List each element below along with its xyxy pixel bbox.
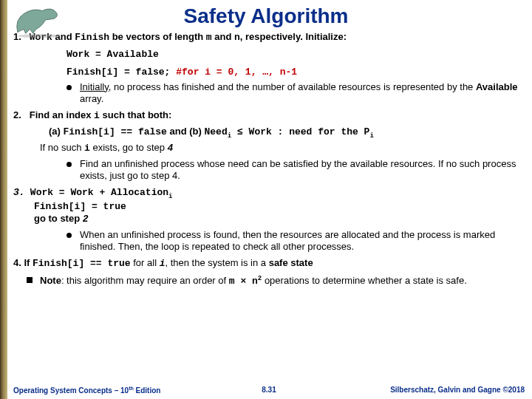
code-line: Work = Available (66, 49, 159, 60)
bullet-item: Initially, no process has finished and t… (66, 81, 525, 106)
bullet-item: Find an unfinished process whose need ca… (66, 158, 525, 183)
step-2: 2. Find an index i such that both: (a) F… (13, 109, 525, 182)
step-num: 2. (13, 109, 21, 120)
dinosaur-icon (6, 1, 72, 38)
sidebar-stripe (0, 0, 7, 399)
step-num: 3. (13, 187, 25, 198)
note-item: Note: this algorithm may require an orde… (27, 274, 525, 288)
slide-content: 1. Work and Finish be vectors of length … (13, 31, 525, 288)
step-4: 4. If Finish[i] == true for all i, then … (13, 257, 525, 270)
footer-right: Silberschatz, Galvin and Gagne ©2018 (354, 386, 525, 395)
code-line: Finish[i] = false; (66, 66, 170, 78)
footer-center: 8.31 (184, 386, 355, 395)
bullet-item: When an unfinished process is found, the… (66, 229, 525, 253)
slide-title: Safety Algorithm (0, 0, 532, 28)
step-1: 1. Work and Finish be vectors of length … (13, 31, 525, 105)
step-num: 4. (13, 257, 21, 268)
footer-left: Operating System Concepts – 10th Edition (13, 386, 184, 395)
svg-point-0 (18, 34, 61, 38)
step-3: 3. Work = Work + Allocationi Finish[i] =… (13, 186, 525, 253)
footer: Operating System Concepts – 10th Edition… (13, 386, 525, 395)
